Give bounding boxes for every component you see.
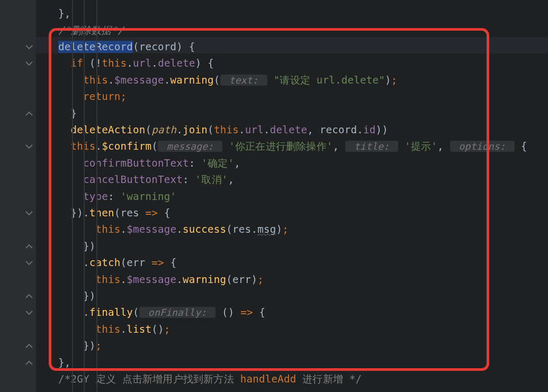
token-hintI: text:	[220, 75, 267, 86]
token-kw: ;	[257, 274, 264, 286]
token-par: record	[139, 41, 177, 53]
token-prop: url	[133, 57, 151, 69]
code-line[interactable]: /*2GY 定义 点击新增用户找到新方法 handleAdd 进行新增 */	[58, 371, 362, 387]
fold-collapse-icon[interactable]	[25, 143, 33, 150]
token-kw: =>	[240, 306, 253, 318]
token-kw: this	[96, 323, 121, 335]
token-kw: this	[102, 57, 127, 69]
token-op	[146, 257, 152, 269]
code-line[interactable]: deleteAction(path.join(this.url.delete, …	[58, 122, 388, 138]
code-line[interactable]: .catch(err => {	[58, 254, 176, 271]
fold-expand-icon[interactable]	[25, 293, 33, 299]
token-op	[158, 207, 164, 219]
token-op: .	[239, 124, 245, 136]
token-str: '取消'	[195, 174, 228, 186]
token-fn: list	[127, 323, 151, 335]
code-line[interactable]: },	[58, 354, 71, 371]
token-br: },	[58, 7, 71, 20]
fold-expand-icon[interactable]	[25, 111, 33, 117]
token-wavy: msg	[257, 223, 276, 235]
token-br: }).	[71, 207, 89, 219]
token-op: )	[195, 57, 208, 69]
token-op: .	[176, 274, 183, 286]
code-line[interactable]: this.$message.warning( text: "请设定 url.de…	[58, 72, 398, 88]
token-op: ,	[333, 140, 346, 152]
token-par: res	[232, 223, 251, 235]
code-line[interactable]: })	[58, 288, 96, 304]
token-fn: $confirm	[102, 140, 151, 152]
token-fn: success	[183, 223, 226, 235]
token-op: ,	[307, 124, 320, 136]
fold-collapse-icon[interactable]	[25, 309, 33, 316]
code-line[interactable]: this.$confirm( message: '你正在进行删除操作', tit…	[58, 138, 527, 154]
token-fn: then	[89, 207, 114, 219]
code-line[interactable]: this.$message.success(res.msg);	[58, 221, 289, 238]
fold-expand-icon[interactable]	[25, 243, 33, 250]
token-hintI: message:	[158, 141, 222, 152]
token-br: (	[133, 41, 139, 53]
token-op	[164, 257, 170, 269]
token-kw: this	[96, 274, 121, 286]
token-str: '确定'	[201, 157, 234, 169]
token-hintI: title:	[345, 141, 398, 152]
fold-collapse-icon[interactable]	[25, 60, 33, 67]
code-line[interactable]: /*删除数据*/	[58, 22, 124, 39]
fold-collapse-icon[interactable]	[25, 210, 33, 216]
code-line[interactable]: })	[58, 238, 96, 254]
token-op: .	[121, 274, 127, 286]
code-line[interactable]: cancelButtonText: '取消',	[58, 171, 234, 188]
token-fn: catch	[89, 257, 121, 269]
token-op: (	[114, 207, 121, 219]
code-line[interactable]: },	[58, 5, 71, 22]
code-line[interactable]: if (!this.url.delete) {	[58, 55, 214, 71]
token-op: .	[357, 124, 363, 136]
token-prop: type	[83, 190, 108, 203]
token-op: .	[121, 323, 127, 335]
token-op: (	[121, 257, 127, 269]
token-br: ) {	[176, 41, 195, 53]
code-line[interactable]: type: 'warning'	[58, 188, 176, 205]
code-line[interactable]: this.list();	[58, 321, 170, 338]
token-op: (	[226, 223, 232, 235]
code-line[interactable]: .finally( onFinally: () => {	[58, 304, 265, 321]
token-kw: return	[83, 90, 121, 103]
editor-viewport: },/*删除数据*/deleteRecord(record) { if (!th…	[0, 0, 548, 392]
token-br: },	[58, 357, 71, 369]
token-op: (	[208, 124, 214, 136]
code-line[interactable]: this.$message.warning(err);	[58, 271, 264, 288]
token-op	[398, 140, 405, 152]
token-op: .	[164, 74, 170, 86]
token-op: .	[127, 57, 133, 69]
token-op: (	[226, 274, 232, 286]
code-line[interactable]: deleteRecord(record) {	[58, 39, 195, 55]
code-line[interactable]: });	[58, 338, 102, 354]
token-prop: $message	[127, 274, 176, 286]
token-kw: =>	[151, 257, 164, 269]
token-fn: warning	[183, 274, 226, 286]
token-prop: id	[363, 124, 376, 136]
code-line[interactable]: confirmButtonText: '确定',	[58, 155, 240, 171]
token-str: '你正在进行删除操作'	[229, 140, 333, 152]
code-line[interactable]: }).then(res => {	[58, 205, 170, 221]
fold-expand-icon[interactable]	[25, 360, 33, 366]
token-br: {	[164, 207, 170, 219]
token-prop: delete	[158, 57, 195, 69]
token-par: record	[320, 124, 357, 136]
code-line[interactable]: }	[58, 105, 77, 122]
fold-expand-icon[interactable]	[25, 343, 33, 349]
code-line[interactable]: return;	[58, 88, 127, 105]
token-op: (	[133, 306, 139, 318]
token-fn: join	[183, 124, 208, 136]
token-op: ))	[376, 124, 389, 136]
token-op: ,	[437, 140, 450, 152]
token-str: 'warning'	[121, 190, 177, 203]
indent-guide	[84, 0, 85, 392]
token-kw: ;	[391, 74, 398, 86]
token-op: .	[264, 124, 270, 136]
fold-collapse-icon[interactable]	[25, 44, 33, 50]
token-fn: warning	[170, 74, 214, 86]
fold-collapse-icon[interactable]	[25, 260, 33, 266]
token-prop: confirmButtonText	[83, 157, 189, 169]
token-sel: deleteRecord	[58, 41, 133, 53]
token-op	[267, 74, 274, 86]
